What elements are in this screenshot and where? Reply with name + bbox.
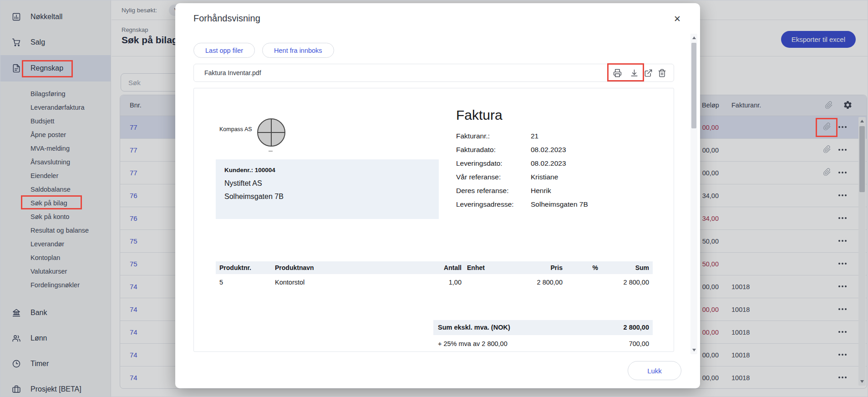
cell-sum: 2 800,00 bbox=[580, 274, 649, 290]
cell-antall: 1,00 bbox=[398, 274, 462, 290]
summary-label: Sum ekskl. mva. (NOK) bbox=[438, 320, 510, 335]
close-icon[interactable]: ✕ bbox=[671, 13, 683, 25]
invoice-details: Fakturanr.:21 Fakturadato:08.02.2023 Lev… bbox=[456, 129, 588, 211]
modal-scrollbar[interactable] bbox=[690, 34, 697, 354]
file-name: Faktura Inventar.pdf bbox=[204, 64, 261, 81]
customer-address: Solheimsgaten 7B bbox=[224, 193, 430, 201]
download-icon[interactable] bbox=[630, 69, 639, 78]
detail-value: Kristiane bbox=[531, 170, 558, 184]
invoice-title: Faktura bbox=[456, 107, 503, 123]
detail-label: Leveringsdato: bbox=[456, 157, 531, 170]
invoice-line-table: Produktnr. Produktnavn Antall Enhet Pris… bbox=[216, 261, 653, 290]
summary-value: 2 800,00 bbox=[624, 320, 649, 335]
col-antall: Antall bbox=[398, 261, 462, 274]
invoice-summary: Sum ekskl. mva. (NOK) 2 800,00 + 25% mva… bbox=[433, 320, 653, 351]
detail-value: 21 bbox=[531, 129, 538, 143]
preview-modal: Forhåndsvisning ✕ Last opp filer Hent fr… bbox=[175, 3, 700, 388]
col-produktnavn: Produktnavn bbox=[275, 261, 314, 274]
modal-title: Forhåndsvisning bbox=[193, 13, 260, 24]
col-pris: Pris bbox=[493, 261, 563, 274]
invoice-preview: Kompass AS Faktura Fakturanr.:21 Faktura… bbox=[193, 88, 674, 352]
customer-name: Nystiftet AS bbox=[224, 179, 430, 188]
col-enhet: Enhet bbox=[467, 261, 485, 274]
screen: Nøkkeltall Salg Regnskap Bilagsføring Le… bbox=[0, 0, 868, 397]
logo-dash bbox=[269, 151, 273, 152]
detail-value: Solheimsgaten 7B bbox=[531, 198, 588, 211]
col-produktnr: Produktnr. bbox=[219, 261, 251, 274]
summary-value: 700,00 bbox=[629, 337, 649, 351]
detail-label: Leveringsadresse: bbox=[456, 198, 531, 211]
customer-number: Kundenr.: 100004 bbox=[224, 167, 430, 173]
fetch-from-inbox-button[interactable]: Hent fra innboks bbox=[262, 43, 334, 58]
invoice-customer-box: Kundenr.: 100004 Nystiftet AS Solheimsga… bbox=[216, 159, 439, 219]
cell-produktnavn: Kontorstol bbox=[275, 274, 305, 290]
detail-label: Deres referanse: bbox=[456, 184, 531, 198]
file-row: Faktura Inventar.pdf bbox=[193, 64, 674, 82]
summary-label: + 25% mva av 2 800,00 bbox=[438, 337, 508, 351]
trash-icon[interactable] bbox=[658, 69, 667, 78]
col-sum: Sum bbox=[580, 261, 649, 274]
detail-value: 08.02.2023 bbox=[531, 157, 566, 170]
cell-produktnr: 5 bbox=[219, 274, 223, 290]
scrollbar-thumb[interactable] bbox=[691, 43, 696, 128]
scroll-up-icon[interactable] bbox=[690, 35, 697, 41]
external-link-icon[interactable] bbox=[644, 69, 653, 78]
detail-value: Henrik bbox=[531, 184, 551, 198]
close-button[interactable]: Lukk bbox=[628, 361, 681, 380]
modal-actions: Last opp filer Hent fra innboks bbox=[193, 43, 334, 58]
upload-files-button[interactable]: Last opp filer bbox=[193, 43, 255, 58]
cell-pris: 2 800,00 bbox=[493, 274, 563, 290]
detail-value: 08.02.2023 bbox=[531, 143, 566, 157]
summary-row-vat: + 25% mva av 2 800,00 700,00 bbox=[433, 337, 653, 351]
summary-row-excl-vat: Sum ekskl. mva. (NOK) 2 800,00 bbox=[433, 320, 653, 335]
invoice-table-header: Produktnr. Produktnavn Antall Enhet Pris… bbox=[216, 261, 653, 274]
detail-label: Fakturanr.: bbox=[456, 129, 531, 143]
scroll-down-icon[interactable] bbox=[690, 347, 697, 353]
invoice-company-name: Kompass AS bbox=[219, 126, 252, 132]
print-icon[interactable] bbox=[613, 69, 622, 78]
detail-label: Vår referanse: bbox=[456, 170, 531, 184]
invoice-table-row: 5 Kontorstol 1,00 2 800,00 2 800,00 bbox=[216, 274, 653, 290]
detail-label: Fakturadato: bbox=[456, 143, 531, 157]
company-logo bbox=[257, 118, 285, 147]
